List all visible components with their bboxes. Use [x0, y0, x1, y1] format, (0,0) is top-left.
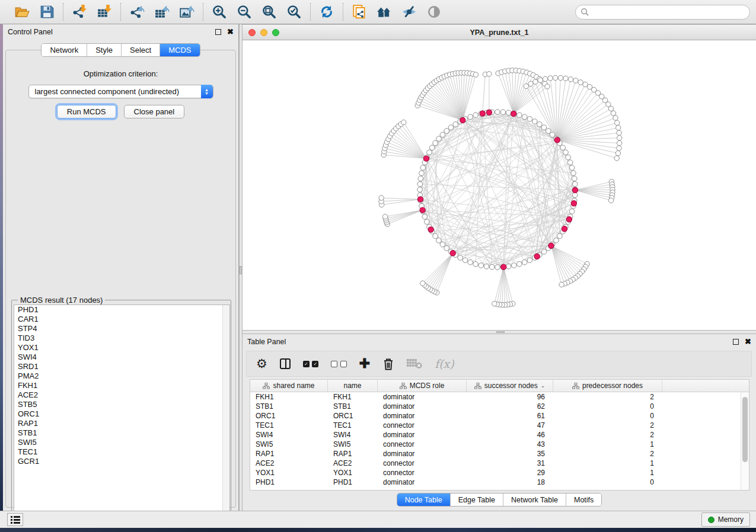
satellite-node[interactable]	[613, 116, 618, 120]
mcds-node[interactable]	[501, 264, 506, 270]
optimization-criterion-select[interactable]: largest connected component (undirected)…	[28, 85, 213, 98]
result-scrollbar[interactable]	[222, 305, 229, 519]
ring-node[interactable]	[473, 261, 479, 267]
table-row-ACE2[interactable]: ACE2ACE2connector311	[250, 459, 749, 468]
splitter-handle[interactable]	[240, 266, 242, 274]
table-scrollbar-thumb[interactable]	[742, 397, 748, 462]
satellite-node[interactable]	[608, 106, 613, 111]
satellite-node[interactable]	[614, 156, 619, 161]
ring-node[interactable]	[569, 165, 575, 171]
task-history-button[interactable]	[7, 513, 23, 526]
ring-node[interactable]	[462, 258, 468, 263]
ring-node[interactable]	[557, 233, 563, 239]
satellite-node[interactable]	[528, 81, 533, 86]
ring-node[interactable]	[522, 259, 528, 265]
network-canvas[interactable]	[243, 40, 756, 329]
satellite-node[interactable]	[553, 75, 558, 80]
mcds-node[interactable]	[566, 217, 572, 222]
ring-node[interactable]	[473, 113, 479, 118]
table-row-PHD1[interactable]: PHD1PHD1dominator180	[250, 477, 749, 487]
tab-edge-table[interactable]: Edge Table	[451, 493, 503, 506]
mcds-node[interactable]	[534, 254, 540, 259]
new-network-from-selection-button[interactable]	[351, 4, 368, 20]
ring-node[interactable]	[495, 110, 500, 115]
mcds-node[interactable]	[562, 226, 567, 232]
ring-node[interactable]	[440, 132, 445, 137]
tab-motifs[interactable]: Motifs	[566, 493, 601, 506]
zoom-in-button[interactable]	[211, 4, 228, 20]
satellite-node[interactable]	[401, 120, 406, 124]
ring-node[interactable]	[571, 171, 576, 176]
ring-node[interactable]	[560, 145, 566, 150]
mcds-result-item[interactable]: PMA2	[14, 371, 229, 381]
satellite-node[interactable]	[538, 78, 543, 82]
satellite-node[interactable]	[533, 79, 538, 84]
select-all-button[interactable]: ✓ ✓	[303, 357, 318, 371]
mcds-result-item[interactable]: SWI4	[14, 352, 229, 362]
delete-column-button[interactable]	[382, 357, 394, 371]
ring-node[interactable]	[554, 238, 559, 243]
ring-node[interactable]	[436, 238, 442, 243]
ring-node[interactable]	[541, 249, 547, 255]
ring-node[interactable]	[495, 265, 500, 270]
satellite-node[interactable]	[617, 146, 621, 150]
tab-select[interactable]: Select	[122, 44, 160, 56]
ring-node[interactable]	[566, 155, 571, 160]
satellite-node[interactable]	[615, 150, 620, 155]
ring-node[interactable]	[517, 113, 522, 118]
ring-node[interactable]	[484, 264, 489, 269]
add-column-button[interactable]: ✚	[359, 357, 370, 371]
mcds-result-item[interactable]: YOX1	[14, 343, 229, 352]
satellite-node[interactable]	[559, 282, 564, 287]
ring-node[interactable]	[572, 193, 578, 198]
satellite-node[interactable]	[583, 82, 588, 86]
satellite-node[interactable]	[608, 198, 613, 203]
mcds-result-item[interactable]: GCR1	[14, 457, 229, 466]
ring-node[interactable]	[436, 136, 442, 142]
export-table-button[interactable]	[154, 4, 170, 20]
table-row-SWI5[interactable]: SWI5SWI5connector431	[250, 440, 749, 449]
column-header-successor-nodes[interactable]: successor nodes⌄	[467, 380, 553, 392]
satellite-node[interactable]	[420, 281, 425, 286]
satellite-node[interactable]	[606, 102, 611, 107]
ring-node[interactable]	[419, 171, 425, 176]
mcds-node[interactable]	[554, 137, 560, 143]
mcds-result-item[interactable]: SWI5	[14, 438, 229, 447]
satellite-node[interactable]	[545, 84, 550, 89]
ring-node[interactable]	[563, 150, 569, 155]
mcds-node[interactable]	[480, 111, 485, 116]
ring-node[interactable]	[569, 209, 575, 214]
splitter-handle-h[interactable]	[496, 331, 505, 333]
tab-node-table[interactable]: Node Table	[397, 493, 451, 506]
ring-node[interactable]	[537, 122, 543, 127]
ring-node[interactable]	[567, 160, 573, 165]
satellite-node[interactable]	[524, 84, 528, 88]
column-header-name[interactable]: name	[328, 380, 378, 392]
network-graph[interactable]	[243, 40, 756, 329]
column-header-MCDS-role[interactable]: MCDS role	[378, 380, 467, 392]
ring-node[interactable]	[527, 117, 532, 122]
satellite-node[interactable]	[617, 136, 622, 140]
ring-node[interactable]	[458, 255, 463, 261]
horizontal-splitter[interactable]	[243, 330, 756, 334]
mcds-result-item[interactable]: STB5	[14, 400, 229, 409]
ring-node[interactable]	[433, 140, 438, 146]
tab-style[interactable]: Style	[87, 44, 122, 56]
satellite-node[interactable]	[563, 76, 568, 81]
zoom-selected-button[interactable]	[286, 4, 302, 20]
ring-node[interactable]	[427, 150, 432, 155]
satellite-node[interactable]	[473, 72, 478, 77]
satellite-node[interactable]	[568, 77, 573, 82]
ring-node[interactable]	[550, 132, 555, 137]
mcds-node[interactable]	[548, 243, 554, 248]
satellite-node[interactable]	[578, 80, 583, 85]
ring-node[interactable]	[418, 176, 423, 181]
ring-node[interactable]	[512, 263, 517, 268]
column-header-shared-name[interactable]: shared name	[250, 380, 328, 392]
ring-node[interactable]	[468, 259, 473, 265]
mcds-result-item[interactable]: FKH1	[14, 381, 229, 390]
save-session-button[interactable]	[39, 4, 55, 20]
hide-selected-button[interactable]	[401, 4, 417, 20]
mcds-result-item[interactable]: SRD1	[14, 362, 229, 371]
mcds-result-item[interactable]: TEC1	[14, 447, 229, 457]
